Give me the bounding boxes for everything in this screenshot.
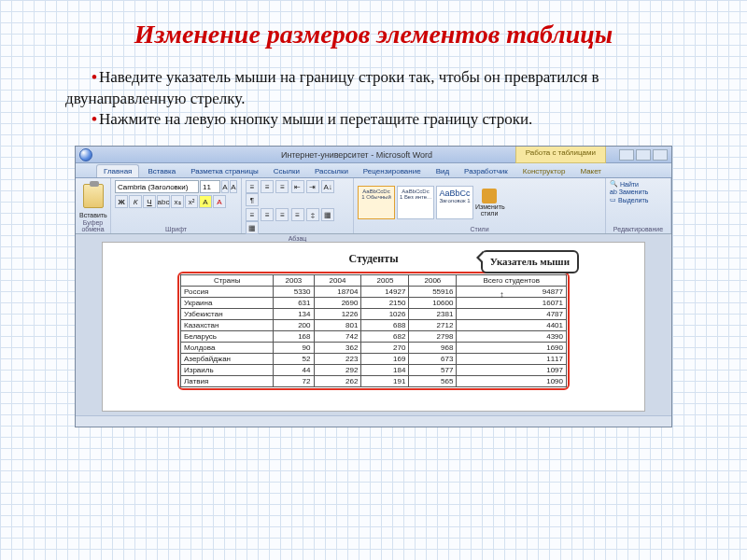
tab-maket[interactable]: Макет [573, 165, 608, 177]
styles-group: Стили [358, 225, 601, 233]
bullet-1: Наведите указатель мыши на границу строк… [65, 68, 599, 107]
table-cell: Украина [181, 298, 274, 309]
maximize-button[interactable] [636, 149, 651, 161]
bold-icon[interactable]: Ж [115, 195, 128, 208]
font-size-input[interactable] [200, 180, 220, 193]
table-row[interactable]: Азербайджан522231696731117 [181, 354, 567, 365]
table-cell: 90 [274, 343, 314, 354]
table-row[interactable]: Казахстан20080168827124401 [181, 320, 567, 331]
table-cell: Казахстан [181, 320, 274, 331]
tab-layout[interactable]: Разметка страницы [184, 165, 265, 177]
close-button[interactable] [653, 149, 668, 161]
sub-icon[interactable]: x₂ [171, 195, 184, 208]
table-row[interactable]: Узбекистан1341226102623814787 [181, 309, 567, 320]
scrollbar[interactable] [76, 415, 671, 427]
table-cell: 1690 [457, 343, 567, 354]
table-row[interactable]: Израиль442921845771097 [181, 365, 567, 376]
slide-title: Изменение размеров элементов таблицы [0, 0, 747, 60]
strike-icon[interactable]: abc [157, 195, 170, 208]
style-normal[interactable]: AaBbCcDc1 Обычный [358, 186, 395, 219]
table-cell: 14927 [361, 287, 409, 298]
find-button[interactable]: 🔍Найти [610, 180, 639, 188]
table-cell: Молдова [181, 343, 274, 354]
table-cell: 577 [409, 365, 457, 376]
align-right-icon[interactable]: ≡ [275, 208, 289, 221]
table-cell: Беларусь [181, 331, 274, 343]
table-row[interactable]: Украина631269021501060016071 [181, 298, 567, 309]
table-row[interactable]: Россия533018704149275591694877 [181, 287, 567, 298]
indent-dec-icon[interactable]: ⇤ [291, 180, 304, 193]
data-table[interactable]: Страны2003200420052006Всего студентов Ро… [180, 274, 567, 387]
table-cell: Израиль [181, 365, 274, 376]
multilevel-icon[interactable]: ≡ [275, 180, 289, 193]
align-left-icon[interactable]: ≡ [246, 208, 259, 221]
tab-review[interactable]: Рецензирование [357, 165, 428, 177]
resize-cursor-icon: ↕ [500, 289, 504, 300]
sup-icon[interactable]: x² [185, 195, 198, 208]
table-cell: 801 [314, 320, 361, 331]
office-button[interactable] [79, 148, 92, 161]
table-cell: 362 [314, 343, 361, 354]
table-cell: 72 [274, 376, 314, 387]
table-header: 2005 [361, 275, 409, 287]
select-icon: ▭ [610, 196, 616, 203]
tab-home[interactable]: Главная [96, 164, 139, 177]
borders-icon[interactable]: ▦ [246, 221, 259, 234]
table-cell: 2798 [409, 331, 457, 343]
pilcrow-icon[interactable]: ¶ [246, 193, 259, 206]
table-cell: 52 [274, 354, 314, 365]
table-cell: 2150 [361, 298, 409, 309]
tab-design[interactable]: Конструктор [516, 165, 572, 177]
shading-icon[interactable]: ▦ [321, 208, 334, 221]
table-cell: 16071 [457, 298, 567, 309]
change-styles-button[interactable]: Изменить стили [475, 189, 503, 217]
ribbon-tabs: Главная Вставка Разметка страницы Ссылки… [76, 163, 671, 178]
tab-refs[interactable]: Ссылки [267, 165, 306, 177]
font-group: Шрифт [115, 225, 237, 233]
font-name-input[interactable] [115, 180, 199, 193]
ribbon: Вставить Буфер обмена A A Ж К Ч abc x₂ x… [76, 178, 671, 234]
table-row[interactable]: Беларусь16874268227984390 [181, 331, 567, 343]
justify-icon[interactable]: ≡ [291, 208, 304, 221]
grow-font-icon[interactable]: A [221, 180, 229, 193]
paste-label: Вставить [79, 212, 106, 218]
table-row[interactable]: Латвия722621915651090 [181, 376, 567, 387]
table-row[interactable]: Молдова903622709681690 [181, 343, 567, 354]
sort-icon[interactable]: A↓ [321, 180, 334, 193]
align-center-icon[interactable]: ≡ [261, 208, 274, 221]
table-cell: 223 [314, 354, 361, 365]
table-cell: 1090 [457, 376, 567, 387]
table-cell: 200 [274, 320, 314, 331]
tab-insert[interactable]: Вставка [141, 165, 182, 177]
bullets-icon[interactable]: ≡ [246, 180, 259, 193]
table-header: Всего студентов [457, 275, 567, 287]
table-cell: 18704 [314, 287, 361, 298]
table-cell: 262 [314, 376, 361, 387]
fontcolor-icon[interactable]: A [213, 195, 226, 208]
minimize-button[interactable] [619, 149, 634, 161]
style-nospace[interactable]: AaBbCcDc1 Без инте... [397, 186, 434, 219]
highlight-icon[interactable]: A [199, 195, 212, 208]
table-cell: 2381 [409, 309, 457, 320]
replace-button[interactable]: abЗаменить [610, 189, 648, 195]
select-button[interactable]: ▭Выделить [610, 196, 648, 203]
numbering-icon[interactable]: ≡ [261, 180, 274, 193]
italic-icon[interactable]: К [129, 195, 142, 208]
table-cell: 1026 [361, 309, 409, 320]
table-cell: 1097 [457, 365, 567, 376]
document-page: Студенты Указатель мыши ↕ Страны20032004… [102, 242, 645, 412]
tab-mail[interactable]: Рассылки [308, 165, 355, 177]
indent-inc-icon[interactable]: ⇥ [306, 180, 319, 193]
linespacing-icon[interactable]: ‡ [306, 208, 319, 221]
table-header: 2006 [409, 275, 457, 287]
callout: Указатель мыши [481, 250, 579, 273]
tab-dev[interactable]: Разработчик [458, 165, 514, 177]
paste-icon[interactable] [83, 184, 104, 208]
tab-view[interactable]: Вид [430, 165, 456, 177]
table-cell: 4787 [457, 309, 567, 320]
edit-group: Редактирование [610, 225, 667, 233]
instructions: •Наведите указатель мыши на границу стро… [0, 60, 747, 143]
style-heading1[interactable]: AaBbCcЗаголовок 1 [436, 186, 473, 219]
underline-icon[interactable]: Ч [143, 195, 156, 208]
shrink-font-icon[interactable]: A [230, 180, 237, 193]
